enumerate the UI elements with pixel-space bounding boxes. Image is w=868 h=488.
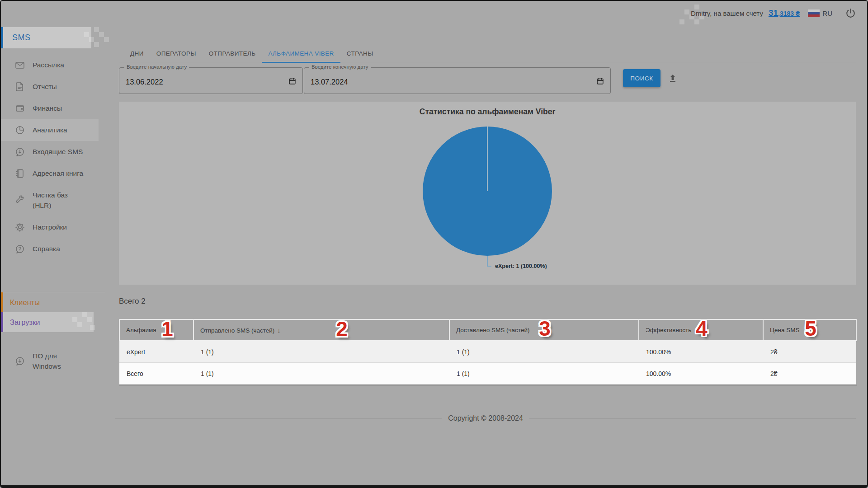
- sidebar-item-label: Рассылка: [33, 60, 86, 70]
- pie-label-leader-line: [487, 256, 488, 267]
- calendar-icon[interactable]: [288, 77, 296, 87]
- end-date-value[interactable]: 13.07.2024: [311, 78, 348, 86]
- sidebar-app-header[interactable]: SMS: [0, 27, 91, 48]
- tab-alfaimena-viber[interactable]: АЛЬФАИМЕНА VIBER: [262, 43, 340, 63]
- cell-cena: 2₴: [763, 341, 856, 363]
- cell-cena: 2₴: [763, 363, 856, 385]
- column-header-alfaimya[interactable]: Альфаимя: [119, 319, 193, 341]
- settings-icon: [15, 222, 25, 233]
- sidebar-item-klienty[interactable]: Клиенты: [0, 292, 105, 312]
- sidebar-item-label: Справка: [33, 244, 86, 254]
- chart-title: Статистика по альфаименам Viber: [119, 107, 856, 117]
- address-book-icon: [15, 168, 25, 179]
- mail-icon: [15, 60, 25, 70]
- end-date-label: Введите конечную дату: [309, 64, 371, 70]
- table-header-row: Альфаимя Отправлено SMS (частей)↓ Достав…: [119, 319, 856, 341]
- app-title: SMS: [12, 33, 31, 42]
- clients-label: Клиенты: [10, 298, 40, 307]
- analytics-tabs: ДНИ ОПЕРАТОРЫ ОТПРАВИТЕЛЬ АЛЬФАИМЕНА VIB…: [124, 43, 380, 63]
- pie-label-leader-line: [487, 266, 491, 267]
- sidebar-item-label: Отчеты: [33, 81, 86, 92]
- footer-divider-line: [115, 418, 442, 419]
- logout-power-icon[interactable]: [845, 8, 856, 19]
- pie-slice-border: [487, 127, 488, 191]
- end-date-field[interactable]: Введите конечную дату 13.07.2024: [304, 67, 611, 94]
- sidebar-item-chistka-baz[interactable]: Чистка баз (HLR): [0, 184, 99, 216]
- finance-icon: [15, 103, 25, 114]
- sidebar-item-rassylka[interactable]: Рассылка: [0, 54, 99, 76]
- tab-strany[interactable]: СТРАНЫ: [340, 43, 380, 63]
- sidebar-item-spravka[interactable]: Справка: [0, 238, 99, 260]
- tab-dni[interactable]: ДНИ: [124, 43, 150, 63]
- sidebar-item-label: Адресная книга: [33, 168, 86, 178]
- cell-otpravleno: 1 (1): [193, 341, 449, 363]
- sidebar-item-label: Настройки: [33, 222, 86, 232]
- total-count-label: Всего 2: [119, 297, 146, 306]
- russia-flag-icon[interactable]: [808, 9, 820, 17]
- pixel-decoration: [72, 312, 95, 332]
- help-icon: [15, 244, 25, 254]
- sidebar-item-label: ПО для Windows: [33, 351, 86, 372]
- export-upload-icon[interactable]: [666, 71, 679, 85]
- annotation-marker-5: 5: [805, 317, 816, 340]
- search-button[interactable]: ПОИСК: [623, 69, 660, 87]
- cell-dostavleno: 1 (1): [449, 363, 639, 385]
- balance-frac: ,3183 ₴: [778, 10, 800, 17]
- top-header: Dmitry, на вашем счету 31,3183 ₴ RU: [91, 0, 868, 26]
- tab-otpravitel[interactable]: ОТПРАВИТЕЛЬ: [203, 43, 262, 63]
- downloads-label: Загрузки: [10, 318, 40, 327]
- clients-accent-bar: [0, 292, 3, 312]
- sidebar-item-label: Финансы: [33, 103, 86, 113]
- start-date-field[interactable]: Введите начальную дату 13.06.2022: [119, 67, 303, 94]
- viber-stats-chart-panel: Статистика по альфаименам Viber eXpert: …: [119, 102, 856, 285]
- cell-effektivnost: 100.00%: [639, 363, 763, 385]
- incoming-sms-icon: [15, 146, 25, 157]
- column-header-otpravleno[interactable]: Отправлено SMS (частей)↓: [193, 319, 449, 341]
- sidebar-sections: Клиенты Загрузки: [0, 292, 105, 332]
- sidebar-item-finansy[interactable]: Финансы: [0, 98, 99, 119]
- analytics-icon: [15, 125, 25, 136]
- annotation-marker-1: 1: [161, 318, 173, 340]
- sidebar-item-nastroyki[interactable]: Настройки: [0, 216, 99, 238]
- sidebar-item-analitika[interactable]: Аналитика: [0, 119, 99, 141]
- downloads-accent-bar: [0, 312, 3, 332]
- sidebar-item-otchety[interactable]: Отчеты: [0, 76, 99, 98]
- active-app-bar: [0, 27, 3, 48]
- sidebar-item-label: Чистка баз (HLR): [33, 190, 86, 211]
- sidebar-item-label: Входящие SMS: [33, 146, 86, 157]
- pie-chart[interactable]: [423, 127, 552, 256]
- annotation-marker-3: 3: [539, 317, 551, 340]
- alfaimena-table: Альфаимя Отправлено SMS (частей)↓ Достав…: [119, 319, 857, 385]
- user-account-text: Dmitry, на вашем счету: [691, 9, 763, 17]
- copyright-text: Copyright © 2008-2024: [448, 414, 523, 422]
- table-row-total[interactable]: Всего 1 (1) 1 (1) 100.00% 2₴: [119, 363, 856, 385]
- sidebar-item-vhodyashchie-sms[interactable]: Входящие SMS: [0, 141, 99, 163]
- sidebar-software: ПО для Windows: [0, 345, 99, 377]
- sidebar-item-zagruzki[interactable]: Загрузки: [0, 312, 94, 332]
- balance-int: 31: [769, 8, 778, 18]
- sidebar-nav: Рассылка Отчеты Финансы Аналитика Входящ…: [0, 54, 99, 260]
- footer-divider-line: [529, 418, 856, 419]
- sidebar-item-po-dlya-windows[interactable]: ПО для Windows: [0, 345, 99, 377]
- windows-software-download-icon: [15, 356, 25, 366]
- cell-dostavleno: 1 (1): [449, 341, 639, 363]
- sidebar-item-adresnaya-kniga[interactable]: Адресная книга: [0, 163, 99, 184]
- hlr-icon: [15, 195, 25, 206]
- table-row[interactable]: eXpert 1 (1) 1 (1) 100.00% 2₴: [119, 341, 856, 363]
- report-icon: [15, 81, 25, 92]
- pie-slice-label: eXpert: 1 (100.00%): [495, 263, 547, 269]
- start-date-value[interactable]: 13.06.2022: [126, 78, 163, 86]
- tab-operatory[interactable]: ОПЕРАТОРЫ: [150, 43, 203, 63]
- language-label[interactable]: RU: [822, 9, 832, 17]
- annotation-marker-4: 4: [696, 317, 708, 340]
- balance-link[interactable]: 31,3183 ₴: [769, 8, 800, 18]
- sidebar-item-label: Аналитика: [33, 125, 86, 135]
- pixel-decoration: [79, 27, 106, 48]
- calendar-icon[interactable]: [596, 77, 604, 87]
- sort-descending-icon[interactable]: ↓: [277, 326, 281, 334]
- cell-alfaimya: eXpert: [119, 341, 193, 363]
- annotation-marker-2: 2: [336, 318, 348, 340]
- footer: Copyright © 2008-2024: [115, 414, 856, 422]
- cell-alfaimya: Всего: [119, 363, 193, 385]
- sidebar: SMS Рассылка Отчеты Финансы Аналитика Вх…: [0, 0, 99, 488]
